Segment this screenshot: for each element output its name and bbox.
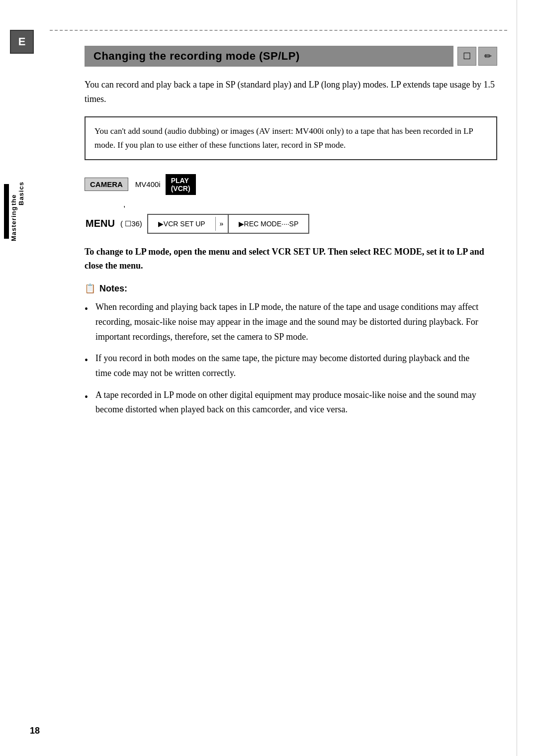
notes-section: 📋 Notes: • When recording and playing ba…	[85, 283, 497, 417]
double-arrow-icon: »	[216, 215, 229, 233]
title-icons: ☐ ✏	[457, 47, 497, 66]
bullet-dot: •	[85, 352, 90, 380]
page-number: 18	[30, 726, 40, 736]
sidebar-text: Mastering the Basics	[10, 184, 25, 239]
diagram-area: CAMERA MV400i PLAY(VCR) , MENU ( ☐36) ▶V…	[85, 174, 497, 234]
title-bar: Changing the recording mode (SP/LP) ☐ ✏	[85, 46, 497, 67]
section-badge: E	[10, 30, 34, 54]
bullet-dot: •	[85, 389, 90, 417]
sidebar-bar	[4, 184, 9, 239]
intro-paragraph: You can record and play back a tape in S…	[85, 78, 497, 106]
cassette-icon: ☐	[457, 47, 476, 66]
notes-header: 📋 Notes:	[85, 283, 497, 294]
rec-mode-item: ▶REC MODE····SP	[229, 217, 309, 231]
notes-icon: 📋	[85, 283, 95, 294]
camera-badge: CAMERA	[85, 178, 128, 191]
main-instruction: To change to LP mode, open the menu and …	[85, 245, 497, 274]
diagram-row2: MENU ( ☐36) ▶VCR SET UP » ▶REC MODE····S…	[86, 214, 497, 234]
menu-box: ▶VCR SET UP » ▶REC MODE····SP	[147, 214, 309, 234]
play-vcr-badge: PLAY(VCR)	[166, 174, 196, 195]
page-title: Changing the recording mode (SP/LP)	[85, 46, 453, 67]
list-item: • If you record in both modes on the sam…	[85, 351, 497, 380]
top-divider	[50, 30, 507, 31]
notes-list: • When recording and playing back tapes …	[85, 300, 497, 417]
warning-box: You can't add sound (audio dubbing) or i…	[85, 116, 497, 160]
menu-ref: ( ☐36)	[120, 219, 142, 228]
menu-label: MENU	[86, 218, 115, 229]
list-item: • A tape recorded in LP mode on other di…	[85, 388, 497, 417]
page-container: E Mastering the Basics Changing the reco…	[0, 0, 537, 756]
diagram-row1: CAMERA MV400i PLAY(VCR)	[85, 174, 497, 195]
pencil-icon: ✏	[478, 47, 497, 66]
right-margin-line	[517, 0, 517, 756]
sidebar-label: Mastering the Basics	[4, 184, 25, 239]
comma-label: ,	[123, 200, 497, 209]
vcr-set-up-item: ▶VCR SET UP	[148, 217, 216, 231]
mv400i-label: MV400i	[135, 180, 161, 189]
list-item: • When recording and playing back tapes …	[85, 300, 497, 344]
bullet-dot: •	[85, 301, 90, 344]
